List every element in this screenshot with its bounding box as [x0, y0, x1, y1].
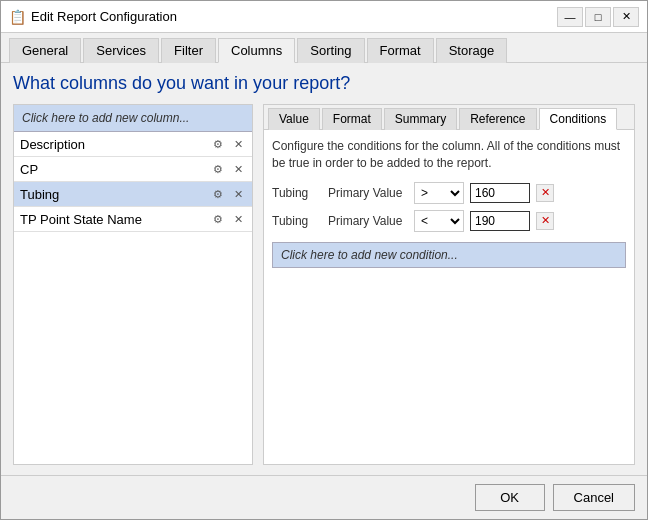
- tab-format[interactable]: Format: [367, 38, 434, 63]
- tab-value[interactable]: Value: [268, 108, 320, 130]
- column-edit-icon-cp[interactable]: ⚙: [210, 161, 226, 177]
- column-edit-icon-tubing[interactable]: ⚙: [210, 186, 226, 202]
- condition-value-1[interactable]: [470, 183, 530, 203]
- tab-conditions[interactable]: Conditions: [539, 108, 618, 130]
- top-tab-bar: General Services Filter Columns Sorting …: [1, 33, 647, 63]
- condition-clear-1[interactable]: ✕: [536, 184, 554, 202]
- window-title: Edit Report Configuration: [31, 9, 557, 24]
- condition-clear-2[interactable]: ✕: [536, 212, 554, 230]
- inner-tab-bar: Value Format Summary Reference Condition…: [264, 105, 634, 130]
- column-label-tubing: Tubing: [20, 187, 210, 202]
- column-item-tubing[interactable]: Tubing ⚙ ✕: [14, 182, 252, 207]
- column-edit-icon-description[interactable]: ⚙: [210, 136, 226, 152]
- window-controls: — □ ✕: [557, 7, 639, 27]
- condition-field-1: Tubing: [272, 186, 322, 200]
- tab-storage[interactable]: Storage: [436, 38, 508, 63]
- column-delete-icon-cp[interactable]: ✕: [230, 161, 246, 177]
- tab-general[interactable]: General: [9, 38, 81, 63]
- cancel-button[interactable]: Cancel: [553, 484, 635, 511]
- tab-services[interactable]: Services: [83, 38, 159, 63]
- close-button[interactable]: ✕: [613, 7, 639, 27]
- condition-value-2[interactable]: [470, 211, 530, 231]
- tab-filter[interactable]: Filter: [161, 38, 216, 63]
- column-delete-icon-tp[interactable]: ✕: [230, 211, 246, 227]
- ok-button[interactable]: OK: [475, 484, 545, 511]
- condition-operator-1[interactable]: > < = >= <= !=: [414, 182, 464, 204]
- column-label-cp: CP: [20, 162, 210, 177]
- columns-list-panel: Click here to add new column... Descript…: [13, 104, 253, 465]
- tab-columns[interactable]: Columns: [218, 38, 295, 63]
- column-item-description[interactable]: Description ⚙ ✕: [14, 132, 252, 157]
- page-title: What columns do you want in your report?: [13, 73, 635, 94]
- dialog-footer: OK Cancel: [1, 475, 647, 519]
- tab-format[interactable]: Format: [322, 108, 382, 130]
- tab-reference[interactable]: Reference: [459, 108, 536, 130]
- maximize-button[interactable]: □: [585, 7, 611, 27]
- minimize-button[interactable]: —: [557, 7, 583, 27]
- tab-sorting[interactable]: Sorting: [297, 38, 364, 63]
- condition-operator-2[interactable]: > < = >= <= !=: [414, 210, 464, 232]
- window-icon: 📋: [9, 9, 25, 25]
- tab-summary[interactable]: Summary: [384, 108, 457, 130]
- condition-attr-2: Primary Value: [328, 214, 408, 228]
- column-item-tp-point-state-name[interactable]: TP Point State Name ⚙ ✕: [14, 207, 252, 232]
- column-label-description: Description: [20, 137, 210, 152]
- column-delete-icon-tubing[interactable]: ✕: [230, 186, 246, 202]
- conditions-description: Configure the conditions for the column.…: [272, 138, 626, 172]
- condition-row-2: Tubing Primary Value > < = >= <= != ✕: [272, 210, 626, 232]
- column-delete-icon-description[interactable]: ✕: [230, 136, 246, 152]
- column-label-tp-point-state-name: TP Point State Name: [20, 212, 210, 227]
- column-config-panel: Value Format Summary Reference Condition…: [263, 104, 635, 465]
- add-condition-button[interactable]: Click here to add new condition...: [272, 242, 626, 268]
- column-item-cp[interactable]: CP ⚙ ✕: [14, 157, 252, 182]
- column-edit-icon-tp[interactable]: ⚙: [210, 211, 226, 227]
- condition-attr-1: Primary Value: [328, 186, 408, 200]
- condition-row-1: Tubing Primary Value > < = >= <= != ✕: [272, 182, 626, 204]
- condition-field-2: Tubing: [272, 214, 322, 228]
- columns-list: Description ⚙ ✕ CP ⚙ ✕ T: [14, 132, 252, 464]
- add-new-column-button[interactable]: Click here to add new column...: [14, 105, 252, 132]
- conditions-content: Configure the conditions for the column.…: [264, 130, 634, 464]
